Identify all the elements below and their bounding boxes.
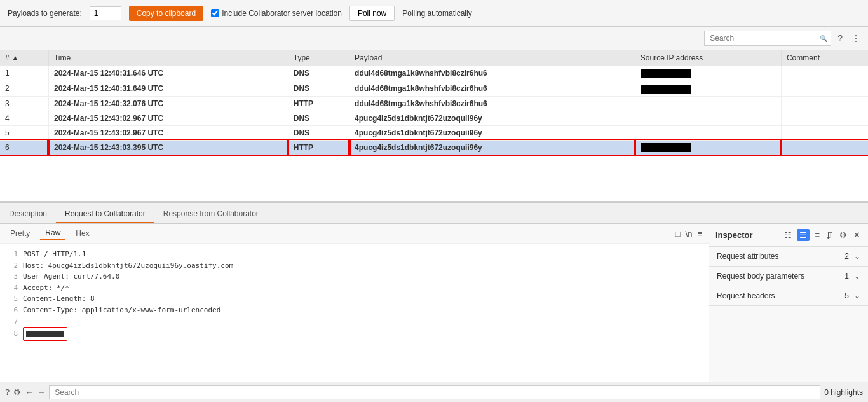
bottom-tabs-row: DescriptionRequest to CollaboratorRespon… — [0, 203, 868, 224]
word-wrap-icon[interactable]: □ — [674, 228, 682, 240]
inspector-item[interactable]: Request attributes2⌄ — [709, 247, 868, 267]
inspector-item-label: Request attributes — [717, 252, 844, 261]
inspector-panel: Inspector ☷ ☰ ≡ ⇵ ⚙ ✕ Request attributes… — [709, 224, 868, 382]
inspector-title: Inspector — [715, 230, 779, 240]
inspector-align-icon[interactable]: ≡ — [813, 229, 821, 241]
cell-comment — [781, 140, 868, 155]
cell-type: DNS — [288, 81, 349, 96]
content-area: PrettyRawHex□\n≡ 1POST / HTTP/1.12Host: … — [0, 224, 868, 382]
code-line: 4Accept: */* — [8, 282, 701, 294]
line-number: 3 — [8, 271, 18, 282]
bottom-tab-1[interactable]: Request to Collaborator — [56, 205, 154, 223]
ip-redacted — [641, 85, 691, 94]
code-tab-2[interactable]: Hex — [71, 227, 94, 240]
col-header-source-ip[interactable]: Source IP address — [635, 50, 781, 66]
back-icon[interactable]: ← — [25, 387, 33, 397]
settings-bottom-icon[interactable]: ⚙ — [13, 387, 21, 397]
table-header-row: # ▲ Time Type Payload Source IP address … — [0, 50, 868, 66]
code-content: 1POST / HTTP/1.12Host: 4pucg4iz5ds1dbknt… — [0, 244, 709, 382]
table-row[interactable]: 42024-Mar-15 12:43:02.967 UTCDNS4pucg4iz… — [0, 111, 868, 125]
payloads-input[interactable] — [90, 6, 121, 20]
cell-payload: ddul4d68tmga1k8whshfvbi8czir6hu6 — [349, 66, 635, 81]
newline-icon[interactable]: \n — [684, 228, 694, 240]
interactions-table: # ▲ Time Type Payload Source IP address … — [0, 50, 868, 155]
include-collaborator-label[interactable]: Include Collaborator server location — [211, 9, 342, 18]
bottom-tab-2[interactable]: Response from Collaborator — [154, 205, 268, 223]
highlights-count: 0 highlights — [824, 388, 863, 397]
line-text: Content-Type: application/x-www-form-url… — [23, 306, 220, 314]
line-number: 1 — [8, 249, 18, 260]
code-line: 6Content-Type: application/x-www-form-ur… — [8, 305, 701, 316]
inspector-item-label: Request headers — [717, 291, 844, 300]
table-row[interactable]: 62024-Mar-15 12:43:03.395 UTCHTTP4pucg4i… — [0, 140, 868, 155]
help-icon[interactable]: ? — [835, 32, 845, 45]
cell-type: HTTP — [288, 140, 349, 155]
cell-comment — [781, 96, 868, 111]
cell-source-ip — [635, 111, 781, 125]
col-header-comment[interactable]: Comment — [781, 50, 868, 66]
inspector-item-count: 2 — [844, 252, 849, 261]
cell-type: DNS — [288, 66, 349, 81]
inspector-settings-icon[interactable]: ⚙ — [838, 229, 848, 241]
cell-payload: 4pucg4iz5ds1dbkntjt672uzoquii96y — [349, 140, 635, 155]
more-options-icon[interactable]: ⋮ — [849, 32, 863, 45]
col-header-time[interactable]: Time — [48, 50, 288, 66]
cell-num: 1 — [0, 66, 48, 81]
line-number: 2 — [8, 260, 18, 272]
forward-icon[interactable]: → — [37, 387, 45, 397]
interactions-table-section: # ▲ Time Type Payload Source IP address … — [0, 50, 868, 203]
inspector-item[interactable]: Request body parameters1⌄ — [709, 267, 868, 286]
table-row[interactable]: 52024-Mar-15 12:43:02.967 UTCDNS4pucg4iz… — [0, 125, 868, 140]
search-input[interactable] — [704, 31, 831, 46]
inspector-header: Inspector ☷ ☰ ≡ ⇵ ⚙ ✕ — [709, 224, 868, 247]
bottom-search-wrapper — [49, 385, 820, 399]
code-tab-1[interactable]: Raw — [40, 226, 65, 240]
col-header-type[interactable]: Type — [288, 50, 349, 66]
cell-payload: ddul4d68tmga1k8whshfvbi8czir6hu6 — [349, 96, 635, 111]
code-line: 2Host: 4pucg4iz5ds1dbkntjt672uzoquii96y.… — [8, 260, 701, 272]
code-line: 5Content-Length: 8 — [8, 293, 701, 305]
redacted-block — [26, 331, 64, 337]
cell-time: 2024-Mar-15 12:43:02.967 UTC — [48, 111, 288, 125]
code-toolbar-icons: □\n≡ — [674, 228, 703, 240]
include-collaborator-checkbox[interactable] — [211, 9, 219, 17]
copy-to-clipboard-button[interactable]: Copy to clipboard — [129, 6, 203, 21]
chevron-down-icon: ⌄ — [854, 291, 860, 300]
search-wrapper — [704, 31, 831, 46]
poll-now-button[interactable]: Poll now — [349, 6, 395, 21]
cell-source-ip — [635, 96, 781, 111]
cell-type: DNS — [288, 125, 349, 140]
inspector-grid-icon[interactable]: ☷ — [783, 229, 793, 241]
code-line: 1POST / HTTP/1.1 — [8, 249, 701, 260]
more-icon[interactable]: ≡ — [696, 228, 703, 240]
cell-source-ip — [635, 81, 781, 96]
cell-type: HTTP — [288, 96, 349, 111]
line-text: User-Agent: curl/7.64.0 — [23, 272, 119, 281]
bottom-bar: ? ⚙ ← → 0 highlights — [0, 382, 868, 402]
table-row[interactable]: 12024-Mar-15 12:40:31.646 UTCDNSddul4d68… — [0, 66, 868, 81]
table-row[interactable]: 32024-Mar-15 12:40:32.076 UTCHTTPddul4d6… — [0, 96, 868, 111]
inspector-item[interactable]: Request headers5⌄ — [709, 286, 868, 306]
inspector-resize-icon[interactable]: ⇵ — [825, 229, 834, 241]
code-line: 8 — [8, 327, 701, 341]
line-number: 6 — [8, 305, 18, 316]
ip-redacted — [641, 69, 691, 78]
cell-comment — [781, 66, 868, 81]
cell-num: 3 — [0, 96, 48, 111]
cell-num: 4 — [0, 111, 48, 125]
inspector-item-label: Request body parameters — [717, 272, 844, 281]
table-row[interactable]: 22024-Mar-15 12:40:31.649 UTCDNSddul4d68… — [0, 81, 868, 96]
help-bottom-icon[interactable]: ? — [5, 387, 10, 397]
inspector-close-icon[interactable]: ✕ — [852, 229, 862, 241]
bottom-search-input[interactable] — [49, 385, 820, 399]
polling-status: Polling automatically — [402, 9, 471, 18]
code-tab-0[interactable]: Pretty — [5, 227, 35, 240]
bottom-tab-0[interactable]: Description — [0, 205, 56, 223]
cell-time: 2024-Mar-15 12:40:31.649 UTC — [48, 81, 288, 96]
cell-time: 2024-Mar-15 12:43:03.395 UTC — [48, 140, 288, 155]
cell-time: 2024-Mar-15 12:43:02.967 UTC — [48, 125, 288, 140]
inspector-list-icon[interactable]: ☰ — [797, 229, 810, 241]
col-header-num[interactable]: # ▲ — [0, 50, 48, 66]
chevron-down-icon: ⌄ — [854, 252, 860, 261]
col-header-payload[interactable]: Payload — [349, 50, 635, 66]
